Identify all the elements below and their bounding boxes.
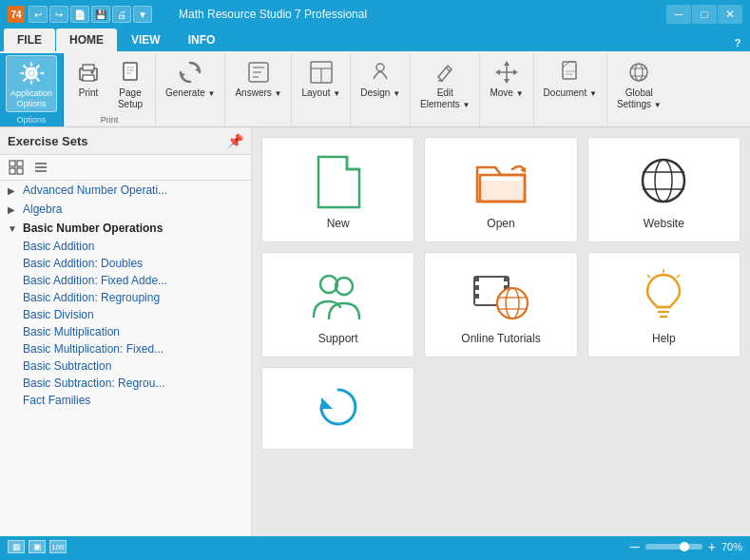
tree-item-algebra[interactable]: ▶ Algebra [0, 200, 251, 219]
page-setup-icon [115, 57, 145, 87]
page-setup-label: PageSetup [118, 87, 143, 110]
tree-child-label-basic-addition: Basic Addition [23, 240, 94, 253]
tree-child-label-basic-addition-fixed: Basic Addition: Fixed Adde... [23, 274, 167, 287]
ribbon-group-document: Document ▼ [534, 53, 607, 126]
sidebar-item-fact-families[interactable]: Fact Families [19, 392, 251, 409]
sidebar-item-basic-addition[interactable]: Basic Addition [19, 238, 251, 255]
customize-button[interactable]: ▼ [133, 6, 152, 23]
save-button[interactable]: 💾 [91, 6, 110, 23]
sidebar-item-basic-addition-doubles[interactable]: Basic Addition: Doubles [19, 255, 251, 272]
zoom-slider[interactable] [645, 544, 702, 550]
zoom-in-button[interactable]: + [708, 539, 716, 554]
status-icon-3[interactable]: 100 [49, 540, 67, 553]
tab-file[interactable]: FILE [4, 29, 55, 51]
minimize-button[interactable]: ─ [666, 5, 691, 24]
tree-item-row-advanced[interactable]: ▶ Advanced Number Operati... [0, 181, 251, 200]
status-icon-1[interactable]: ▦ [8, 540, 25, 553]
zoom-thumb[interactable] [680, 542, 689, 551]
sidebar-item-basic-subtraction[interactable]: Basic Subtraction [19, 357, 251, 375]
tree-item-advanced[interactable]: ▶ Advanced Number Operati... [0, 181, 251, 200]
move-icon [491, 57, 522, 87]
tab-home[interactable]: HOME [56, 29, 117, 51]
maximize-button[interactable]: □ [692, 5, 717, 24]
card-website[interactable]: Website [587, 137, 740, 242]
sidebar: Exercise Sets 📌 [0, 127, 252, 536]
svg-line-67 [677, 275, 680, 278]
design-label: Design ▼ [360, 87, 400, 99]
sidebar-header: Exercise Sets 📌 [0, 127, 251, 155]
svg-rect-55 [504, 277, 509, 281]
ribbon-group-design: Design ▼ [351, 53, 411, 126]
sidebar-item-basic-multiplication-fixed[interactable]: Basic Multiplication: Fixed... [19, 340, 251, 357]
svg-rect-5 [83, 75, 94, 81]
svg-rect-29 [563, 62, 576, 79]
title-bar: 74 ↩ ↪ 📄 💾 🖨 ▼ Math Resource Studio 7 Pr… [0, 0, 750, 29]
move-button[interactable]: Move ▼ [486, 55, 527, 101]
edit-elements-label: EditElements ▼ [420, 87, 470, 110]
document-label: Document ▼ [544, 87, 597, 99]
tree-child-label-basic-subtraction: Basic Subtraction [23, 359, 111, 373]
sidebar-item-basic-division[interactable]: Basic Division [19, 306, 251, 323]
global-settings-button[interactable]: GlobalSettings ▼ [613, 55, 665, 112]
zoom-out-button[interactable]: ─ [630, 539, 640, 554]
undo-button[interactable]: ↩ [29, 6, 48, 23]
card-help[interactable]: Help [587, 252, 740, 357]
edit-elements-button[interactable]: EditElements ▼ [416, 55, 473, 112]
edit-elements-icon [430, 57, 460, 87]
card-new-label: New [327, 217, 350, 230]
card-online-tutorials-label: Online Tutorials [461, 332, 540, 345]
help-button[interactable]: ? [729, 34, 746, 51]
tree-children-basic-number: Basic Addition Basic Addition: Doubles B… [0, 238, 251, 409]
card-online-tutorials[interactable]: Online Tutorials [424, 252, 577, 357]
redo-button[interactable]: ↪ [49, 6, 68, 23]
svg-point-45 [643, 160, 684, 202]
tree-item-basic-number[interactable]: ▼ Basic Number Operations Basic Addition… [0, 219, 251, 409]
tree-item-row-algebra[interactable]: ▶ Algebra [0, 200, 251, 219]
ribbon-group-layout: Layout ▼ [292, 53, 351, 126]
status-icon-2[interactable]: ▣ [29, 540, 46, 553]
application-options-button[interactable]: ApplicationOptions [6, 55, 57, 112]
sidebar-item-basic-addition-regrouping[interactable]: Basic Addition: Regrouping [19, 289, 251, 306]
sidebar-toolbar [0, 155, 251, 181]
page-setup-button[interactable]: PageSetup [111, 55, 149, 112]
design-button[interactable]: Design ▼ [356, 55, 404, 101]
sidebar-item-basic-subtraction-regrouping[interactable]: Basic Subtraction: Regrou... [19, 375, 251, 392]
close-button[interactable]: ✕ [718, 5, 742, 24]
new-file-button[interactable]: 📄 [70, 6, 89, 23]
print-button[interactable]: Print [69, 55, 107, 101]
card-update[interactable] [261, 367, 414, 450]
global-settings-icon [624, 57, 654, 87]
app-icon: 74 [8, 6, 25, 23]
sidebar-grid-view-button[interactable] [6, 158, 27, 177]
card-support[interactable]: Support [261, 252, 414, 357]
sidebar-list-view-button[interactable] [30, 158, 51, 177]
pin-icon[interactable]: 📌 [227, 133, 243, 148]
svg-rect-38 [10, 168, 15, 174]
sidebar-item-basic-multiplication[interactable]: Basic Multiplication [19, 323, 251, 340]
zoom-percentage: 70% [721, 541, 742, 552]
generate-icon [175, 57, 205, 87]
document-button[interactable]: Document ▼ [540, 55, 601, 101]
answers-button[interactable]: Answers ▼ [231, 55, 285, 101]
sidebar-item-basic-addition-fixed[interactable]: Basic Addition: Fixed Adde... [19, 272, 251, 289]
card-open[interactable]: Open [424, 137, 577, 242]
card-help-label: Help [652, 332, 676, 345]
tab-info[interactable]: INFO [175, 29, 229, 51]
tab-view[interactable]: VIEW [118, 29, 174, 51]
svg-marker-25 [504, 79, 510, 84]
svg-marker-12 [181, 72, 185, 77]
tree-label-algebra: Algebra [23, 203, 62, 216]
print-file-button[interactable]: 🖨 [112, 6, 131, 23]
main-area: Exercise Sets 📌 [0, 127, 750, 536]
sidebar-title: Exercise Sets [8, 134, 88, 148]
generate-button[interactable]: Generate ▼ [162, 55, 219, 101]
ribbon-group-options: ApplicationOptions Options [0, 53, 64, 126]
print-items: Print PageSetup [69, 55, 149, 113]
card-website-label: Website [644, 217, 684, 230]
tree-item-row-basic-number[interactable]: ▼ Basic Number Operations [0, 219, 251, 238]
layout-button[interactable]: Layout ▼ [298, 55, 344, 101]
card-new[interactable]: New [261, 137, 414, 242]
ribbon-tab-bar: FILE HOME VIEW INFO ? [0, 29, 750, 51]
tree-arrow-algebra: ▶ [8, 204, 19, 215]
ribbon-group-generate: Generate ▼ [156, 53, 225, 126]
